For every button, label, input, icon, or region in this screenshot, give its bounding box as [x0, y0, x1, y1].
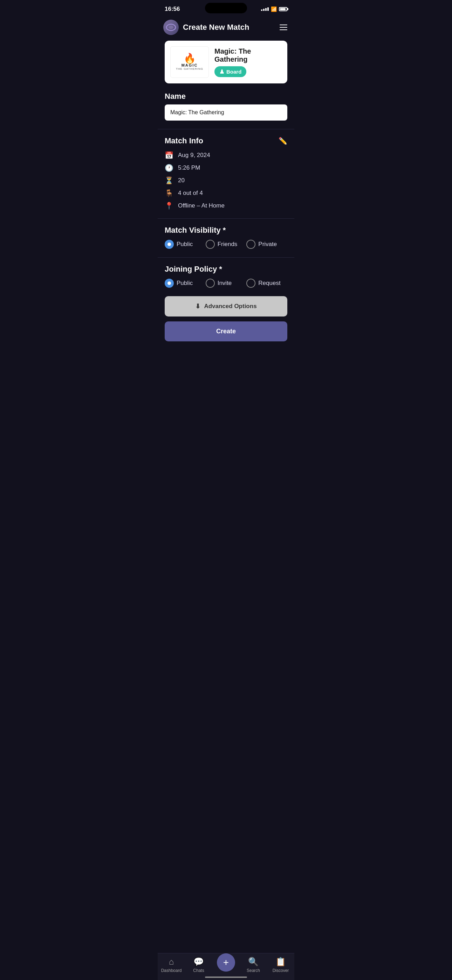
visibility-public[interactable]: Public [165, 240, 206, 249]
visibility-friends-radio[interactable] [206, 240, 215, 249]
status-bar: 16:56 📶 [158, 0, 294, 17]
divider-2 [158, 218, 294, 219]
joining-invite-label: Invite [218, 280, 232, 287]
svg-point-1 [169, 25, 173, 29]
timer-row: ⏳ 20 [165, 176, 287, 185]
name-section-label: Name [165, 92, 287, 101]
date-row: 📅 Aug 9, 2024 [165, 151, 287, 159]
match-date: Aug 9, 2024 [178, 152, 210, 159]
divider-3 [158, 257, 294, 258]
download-arrow-icon: ⬇ [195, 302, 201, 310]
visibility-friends-label: Friends [218, 241, 237, 248]
match-info-header: Match Info ✏️ [165, 136, 287, 145]
hourglass-icon: ⏳ [165, 176, 173, 185]
game-name: Magic: The Gathering [215, 47, 282, 64]
joining-request[interactable]: Request [246, 278, 287, 288]
notch [205, 3, 247, 13]
create-button[interactable]: Create [165, 321, 287, 341]
visibility-public-label: Public [177, 241, 193, 248]
advanced-options-label: Advanced Options [204, 303, 256, 310]
seats-icon: 🪑 [165, 189, 173, 197]
app-header: Create New Match [158, 17, 294, 41]
joining-invite[interactable]: Invite [206, 278, 247, 288]
magic-logo-text: MAGIC [176, 64, 203, 67]
magic-subtitle-text: THE GATHERING [176, 67, 203, 70]
hamburger-menu[interactable] [280, 24, 287, 30]
visibility-private-radio[interactable] [246, 240, 255, 249]
joining-public-radio[interactable] [165, 278, 174, 288]
main-content: 🔥 MAGIC THE GATHERING Magic: The Gatheri… [158, 41, 294, 355]
match-info-rows: 📅 Aug 9, 2024 🕐 5:26 PM ⏳ 20 🪑 4 out of … [165, 151, 287, 210]
app-logo [163, 20, 179, 35]
board-badge: ♟ Board [215, 66, 246, 77]
wifi-icon: 📶 [271, 6, 277, 12]
page-title: Create New Match [183, 23, 250, 32]
advanced-options-button[interactable]: ⬇ Advanced Options [165, 296, 287, 317]
visibility-private[interactable]: Private [246, 240, 287, 249]
game-logo: 🔥 MAGIC THE GATHERING [170, 46, 209, 78]
match-location: Offline – At Home [178, 202, 224, 209]
match-info-title: Match Info [165, 136, 203, 145]
visibility-friends[interactable]: Friends [206, 240, 247, 249]
joining-request-radio[interactable] [246, 278, 255, 288]
meeple-icon: ♟ [220, 68, 224, 75]
visibility-private-label: Private [258, 241, 277, 248]
joining-title: Joining Policy * [165, 265, 287, 274]
joining-public[interactable]: Public [165, 278, 206, 288]
calendar-icon: 📅 [165, 151, 173, 159]
divider-1 [158, 129, 294, 129]
time-row: 🕐 5:26 PM [165, 164, 287, 172]
magic-flame-icon: 🔥 [176, 54, 203, 64]
match-seats: 4 out of 4 [178, 189, 203, 197]
battery-icon [279, 7, 287, 11]
location-row: 📍 Offline – At Home [165, 202, 287, 210]
clock-icon: 🕐 [165, 164, 173, 172]
badge-label: Board [226, 69, 242, 75]
seats-row: 🪑 4 out of 4 [165, 189, 287, 197]
joining-public-label: Public [177, 280, 193, 287]
visibility-title: Match Visibility * [165, 226, 287, 235]
joining-request-label: Request [258, 280, 280, 287]
location-icon: 📍 [165, 202, 173, 210]
visibility-public-radio[interactable] [165, 240, 174, 249]
status-icons: 📶 [261, 6, 287, 12]
signal-icon [261, 7, 269, 11]
edit-icon[interactable]: ✏️ [279, 137, 287, 145]
match-time: 5:26 PM [178, 164, 200, 172]
game-card: 🔥 MAGIC THE GATHERING Magic: The Gatheri… [165, 41, 287, 83]
joining-options: Public Invite Request [165, 278, 287, 288]
create-label: Create [216, 328, 236, 335]
joining-invite-radio[interactable] [206, 278, 215, 288]
visibility-options: Public Friends Private [165, 240, 287, 249]
match-timer: 20 [178, 177, 185, 184]
status-time: 16:56 [165, 6, 180, 13]
name-input[interactable] [165, 105, 287, 121]
header-left: Create New Match [163, 20, 250, 35]
game-info: Magic: The Gathering ♟ Board [215, 47, 282, 77]
